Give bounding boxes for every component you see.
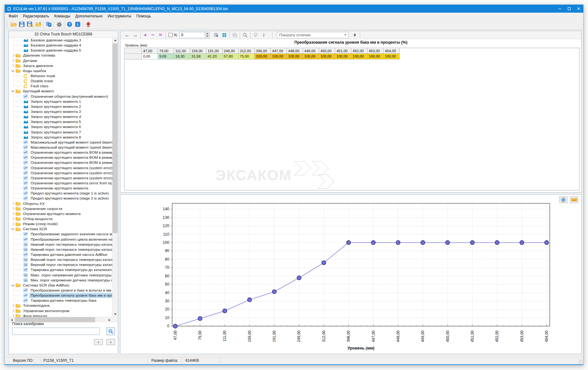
help-icon[interactable]: ?: [65, 21, 74, 28]
hint-lamp-icon[interactable]: [252, 31, 260, 39]
chart-point[interactable]: [495, 241, 499, 245]
tree-item[interactable]: Запрос крутящего момента 2: [9, 104, 112, 109]
chevron-down-icon[interactable]: [11, 227, 15, 230]
tree-item[interactable]: Давление топлива: [9, 53, 112, 58]
upload-icon[interactable]: [84, 21, 92, 28]
tree-item[interactable]: Базовое давление наддува 4: [9, 43, 112, 48]
value-cell[interactable]: 100,00: [319, 54, 335, 59]
tree-item[interactable]: Behavior mask: [9, 73, 112, 78]
tree-item[interactable]: Система SCR (бак AdBlue): [9, 283, 112, 288]
tree-item[interactable]: Система SCR: [9, 226, 112, 231]
tree-item[interactable]: 11Нижний порог гистерезиса температуры к…: [9, 247, 112, 252]
value-cell[interactable]: 100,00: [351, 54, 367, 59]
chevron-right-icon[interactable]: [11, 212, 15, 215]
percent-checkbox[interactable]: [168, 33, 173, 37]
tree-item[interactable]: Топливоподача: [9, 303, 112, 308]
tree-item[interactable]: Ограничения крутящего момента: [9, 211, 112, 216]
tree-item[interactable]: Ограничение крутящего момента: [9, 186, 112, 191]
decrease-button[interactable]: −: [149, 32, 157, 38]
save-icon[interactable]: [18, 21, 26, 28]
tree-item[interactable]: Fault class: [9, 83, 112, 89]
toolbar-grip[interactable]: [7, 21, 8, 28]
value-cell[interactable]: 0,00: [142, 54, 158, 59]
chart-point[interactable]: [297, 276, 301, 280]
tree-item[interactable]: Базовое давление наддува 5: [9, 48, 112, 53]
tree-item[interactable]: 11Нижний порог гистерезиса температуры к…: [9, 242, 112, 247]
spin-up-icon[interactable]: [205, 32, 209, 35]
import-file-icon[interactable]: [34, 21, 42, 28]
value-cell[interactable]: 75,90: [239, 54, 255, 59]
tree-item[interactable]: Предел крутящего момента (stage 2 is act…: [9, 196, 112, 201]
tree-item[interactable]: Запрос крутящего момента 8: [9, 135, 112, 140]
tree-item[interactable]: Тарировка датчика давления насоса AdBlue: [9, 252, 112, 257]
zoom-icon[interactable]: [241, 31, 249, 39]
scroll-right-icon[interactable]: [107, 317, 112, 323]
tree-item[interactable]: Преобразования сигнала уровня бака мм в …: [9, 293, 112, 298]
tree-item[interactable]: Датчики: [9, 58, 112, 63]
chevron-down-icon[interactable]: [11, 283, 15, 286]
tree-item[interactable]: 11Макс. порог напряжения датчика темпера…: [9, 272, 112, 277]
tree-item[interactable]: Отбор мощности: [9, 216, 112, 221]
tree-item[interactable]: Максимальный крутящий момент (speed depe…: [9, 145, 112, 150]
chart-point[interactable]: [198, 317, 202, 321]
tree-item[interactable]: Запрос крутящего момента 4: [9, 114, 112, 119]
step-value-input[interactable]: [179, 32, 205, 38]
tree-item[interactable]: Обороты XX: [9, 201, 112, 206]
value-cell[interactable]: 100,00: [287, 54, 303, 59]
chart-point[interactable]: [396, 241, 400, 245]
compare-icon[interactable]: [45, 21, 53, 28]
tree-vertical-scrollbar[interactable]: [112, 38, 118, 317]
value-cell[interactable]: 9,09: [158, 54, 174, 59]
tree-item[interactable]: Тарировка датчика температуры до катализ…: [9, 267, 112, 272]
tree-item[interactable]: Максимальный крутящий момент (speed depe…: [9, 140, 112, 145]
back-arrow-icon[interactable]: ←: [123, 32, 131, 38]
chart-point[interactable]: [470, 241, 474, 245]
tree-item[interactable]: Ограничение крутящего момента (system er…: [9, 176, 112, 181]
spin-down-icon[interactable]: [205, 35, 209, 38]
tree-item[interactable]: Ограничение крутящего момента BOM в режи…: [9, 150, 112, 155]
menu-item[interactable]: Помощь: [134, 13, 153, 19]
copy-icon[interactable]: [231, 31, 239, 39]
value-cell[interactable]: 18,30: [174, 54, 190, 59]
value-cell[interactable]: 100,00: [271, 54, 287, 59]
chart-point[interactable]: [173, 324, 177, 328]
table-style-button[interactable]: [570, 196, 578, 203]
tree-item[interactable]: Запрос крутящего момента 3: [9, 109, 112, 114]
tree-item[interactable]: 11Мин. порог напряжения датчика температ…: [9, 278, 112, 283]
chart-point[interactable]: [371, 241, 375, 245]
save-as-icon[interactable]: [26, 21, 34, 28]
tree-item[interactable]: Ограничение крутящего момента (system er…: [9, 170, 112, 176]
scroll-down-icon[interactable]: [112, 311, 118, 317]
tree-item[interactable]: Крутящий момент: [9, 89, 112, 94]
tree-item[interactable]: Запрос крутящего момента 1: [9, 99, 112, 104]
select-cells-icon[interactable]: [212, 31, 220, 39]
tree-item[interactable]: 11Верхний порог гистерезиса температуры …: [9, 262, 112, 267]
menu-item[interactable]: Дополнительно: [73, 13, 105, 19]
tree-item[interactable]: Ограничение скорости: [9, 206, 112, 211]
grid-view-icon[interactable]: [220, 31, 228, 39]
tree-item[interactable]: Ограничение крутящего момента BOM в режи…: [9, 160, 112, 165]
chevron-right-icon[interactable]: [11, 314, 15, 317]
chevron-right-icon[interactable]: [11, 202, 15, 205]
tree-item[interactable]: Ограничение крутящего момента BOM в режи…: [9, 155, 112, 160]
info-icon[interactable]: i: [74, 21, 82, 28]
scroll-up-icon[interactable]: [112, 38, 118, 43]
apply-diff-icon[interactable]: [351, 31, 359, 39]
chart-point[interactable]: [446, 241, 450, 245]
tree-item[interactable]: Преобразование рабочего цикла включения …: [9, 237, 112, 242]
chart-point[interactable]: [272, 290, 276, 294]
tree-item[interactable]: Коды ошибок: [9, 68, 112, 73]
chevron-right-icon[interactable]: [11, 59, 15, 62]
chevron-right-icon[interactable]: [11, 217, 15, 220]
chart-point[interactable]: [247, 298, 252, 302]
tree-item[interactable]: Запрос крутящего момента 7: [9, 130, 112, 135]
tree-item[interactable]: Ограничение крутящего момента (error fro…: [9, 181, 112, 186]
close-button[interactable]: [574, 5, 583, 13]
value-cell[interactable]: 100,00: [303, 54, 319, 59]
tree-item[interactable]: Преобразования уровня в баке в вольтах в…: [9, 288, 112, 293]
find-previous-button[interactable]: <: [94, 339, 103, 345]
menu-item[interactable]: Редактировать: [21, 13, 52, 19]
open-file-icon[interactable]: [9, 21, 18, 28]
minimize-button[interactable]: [555, 5, 564, 13]
chart-point[interactable]: [322, 261, 326, 265]
